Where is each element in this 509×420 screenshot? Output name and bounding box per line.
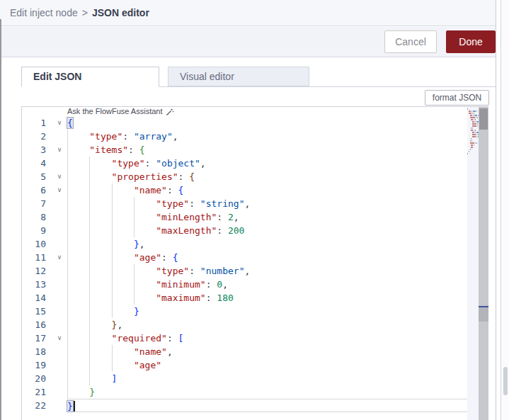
- line-number: 10: [22, 237, 52, 251]
- code-token: "number": [200, 266, 245, 276]
- indent-guide: [89, 224, 90, 237]
- indent-guide: [89, 372, 90, 385]
- code-content: ]: [67, 372, 467, 385]
- line-number: 11: [22, 251, 52, 264]
- code-token: :: [128, 144, 139, 155]
- line-number: 6: [22, 183, 52, 197]
- code-token: }: [89, 387, 95, 397]
- indent-guide: [89, 345, 90, 358]
- code-content: "properties": {: [67, 170, 467, 183]
- code-token: ,: [200, 158, 206, 169]
- code-token: :: [145, 158, 156, 169]
- code-line[interactable]: 15}: [22, 305, 467, 318]
- done-button[interactable]: Done: [446, 30, 496, 53]
- editor-tabs: Edit JSON Visual editor: [21, 67, 496, 87]
- code-token: {: [189, 171, 195, 182]
- code-line[interactable]: 14"maximum": 180: [22, 291, 467, 305]
- indent-guide: [67, 385, 68, 399]
- indent-guide: [89, 157, 90, 170]
- code-content: {: [67, 116, 467, 130]
- code-line[interactable]: 5∨"properties": {: [22, 170, 467, 183]
- fold-chevron-icon[interactable]: ∨: [52, 251, 67, 264]
- indent-guide: [67, 251, 68, 264]
- tab-visual-editor[interactable]: Visual editor: [168, 67, 309, 86]
- indent-guide: [112, 264, 113, 278]
- code-token: :: [161, 252, 173, 263]
- code-token: {: [173, 252, 178, 263]
- assistant-hint[interactable]: Ask the FlowFuse Assistant: [22, 107, 488, 116]
- code-content: "type": "array",: [67, 130, 467, 143]
- overview-line-mark: [479, 307, 488, 322]
- indent-guide: [67, 237, 68, 251]
- indent-guide: [89, 210, 90, 224]
- code-line[interactable]: 19"age": [22, 358, 467, 372]
- tab-edit-json[interactable]: Edit JSON: [21, 67, 159, 87]
- breadcrumb-parent-link[interactable]: Edit inject node: [10, 7, 78, 18]
- indent-guide: [134, 197, 135, 210]
- indent-guide: [67, 210, 68, 224]
- fold-chevron-icon[interactable]: ∨: [52, 331, 67, 345]
- code-content: "type": "object",: [67, 157, 467, 170]
- fold-chevron-icon[interactable]: ∨: [52, 183, 67, 197]
- indent-guide: [67, 318, 68, 331]
- code-token: "required": [112, 333, 167, 344]
- window-scrollbar[interactable]: [501, 0, 509, 420]
- indent-guide: [134, 291, 135, 305]
- format-json-button[interactable]: format JSON: [425, 90, 489, 106]
- assistant-wand-icon: [166, 108, 174, 116]
- indent-guide: [134, 224, 135, 237]
- fold-chevron-icon[interactable]: ∨: [52, 143, 67, 157]
- code-token: :: [122, 131, 134, 142]
- cancel-button[interactable]: Cancel: [384, 30, 437, 53]
- line-number: 5: [22, 170, 52, 183]
- code-line[interactable]: 18"name",: [22, 345, 467, 358]
- indent-guide: [89, 264, 90, 278]
- fold-spacer: [52, 264, 67, 278]
- indent-guide: [67, 183, 68, 197]
- code-line[interactable]: 20]: [22, 372, 467, 385]
- indent-guide: [67, 264, 68, 278]
- code-line[interactable]: 3∨"items": {: [22, 143, 467, 157]
- line-number: 2: [22, 130, 52, 143]
- fold-chevron-icon[interactable]: ∨: [52, 116, 67, 130]
- code-line[interactable]: 17∨"required": [: [22, 331, 467, 345]
- code-token: "type": [156, 198, 189, 209]
- indent-guide: [67, 291, 68, 305]
- code-line[interactable]: 6∨"name": {: [22, 183, 467, 197]
- window-scrollbar-thumb[interactable]: [503, 367, 508, 395]
- code-token: "maxLength": [156, 225, 217, 236]
- code-line[interactable]: 2"type": "array",: [22, 130, 467, 143]
- code-token: 2: [228, 212, 234, 222]
- line-number: 3: [22, 143, 52, 157]
- code-line[interactable]: 8"minLength": 2,: [22, 210, 467, 224]
- code-line[interactable]: 12"type": "number",: [22, 264, 467, 278]
- fold-chevron-icon[interactable]: ∨: [52, 170, 67, 183]
- code-content: "maximum": 180: [67, 291, 467, 305]
- json-code-editor[interactable]: Ask the FlowFuse Assistant 1∨{2"type": "…: [21, 106, 488, 420]
- line-number: 19: [22, 358, 52, 372]
- code-line[interactable]: 22}: [22, 399, 467, 412]
- code-line[interactable]: 13"minimum": 0,: [22, 278, 467, 291]
- code-line[interactable]: 4"type": "object",: [22, 157, 467, 170]
- code-line[interactable]: 7"type": "string",: [22, 197, 467, 210]
- indent-guide: [89, 237, 90, 251]
- code-token: :: [167, 185, 178, 195]
- indent-guide: [134, 278, 135, 291]
- code-token: "age": [134, 360, 161, 370]
- text-cursor: [74, 401, 75, 412]
- indent-guide: [112, 210, 113, 224]
- code-line[interactable]: 1∨{: [22, 116, 467, 130]
- editor-scrollbar[interactable]: [479, 107, 488, 420]
- line-number: 14: [22, 291, 52, 305]
- code-token: :: [189, 266, 200, 276]
- code-line[interactable]: 16},: [22, 318, 467, 331]
- indent-guide: [67, 130, 68, 143]
- breadcrumb-current: JSON editor: [92, 7, 149, 18]
- code-line[interactable]: 9"maxLength": 200: [22, 224, 467, 237]
- minimap[interactable]: [467, 107, 479, 420]
- code-line[interactable]: 10},: [22, 237, 467, 251]
- scrollbar-thumb[interactable]: [479, 108, 488, 130]
- code-line[interactable]: 21}: [22, 385, 467, 399]
- code-token: "type": [89, 131, 122, 142]
- code-line[interactable]: 11∨"age": {: [22, 251, 467, 264]
